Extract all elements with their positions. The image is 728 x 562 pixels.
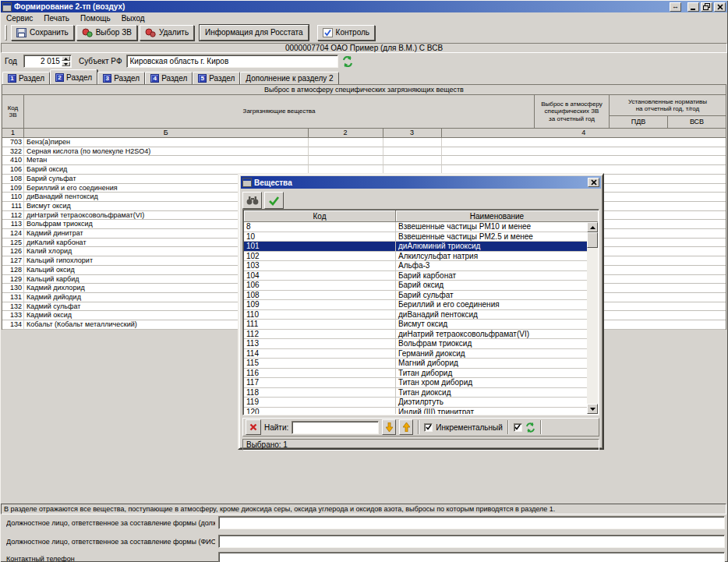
dialog-list-item[interactable]: 108Барий сульфат [244,291,587,301]
search-button[interactable] [242,192,262,209]
tab-razdel-5[interactable]: 5Раздел [193,72,240,85]
cell-name: Метан [24,156,309,165]
tab-razdel-4[interactable]: 4Раздел [145,72,193,85]
dialog-close-button[interactable] [588,178,599,187]
dialog-cell-name: Германий диоксид [396,349,587,359]
clear-search-button[interactable] [246,419,261,435]
refresh-search-icon[interactable] [525,422,535,433]
resize-horizontal-button[interactable]: ↔ [670,2,681,12]
find-next-button[interactable] [382,419,396,435]
incremental-checkbox[interactable] [424,423,433,432]
cell-code: 127 [2,256,24,266]
dialog-list-item[interactable]: 102Алкилсульфат натрия [244,252,587,262]
contact-phone-label: Контактный телефон [6,555,75,562]
dialog-cell-name: Альфа-3 [396,261,587,271]
dialog-cell-code: 119 [244,398,396,408]
dialog-list-item[interactable]: 117Титан хром диборид [244,378,587,388]
second-checkbox[interactable] [514,423,522,432]
dialog-cell-name: Вольфрам триоксид [396,339,587,349]
dialog-cell-code: 112 [244,330,396,340]
region-input[interactable] [126,55,338,68]
cell-pdv [383,138,442,147]
cell-code: 110 [2,193,24,202]
restore-button[interactable] [701,2,712,12]
dialog-list-item[interactable]: 120Индий (III) тринитрат [244,408,587,415]
rosstat-info-button[interactable]: Информация для Росстата [200,25,309,41]
dialog-list-item[interactable]: 109Бериллий и его соединения [244,300,587,310]
checkmark-icon [426,424,432,430]
scroll-down-icon [590,408,595,411]
contact-phone-input[interactable] [218,552,725,562]
col-header-pdv: ПДВ [610,116,668,128]
official-position-input[interactable] [218,516,725,529]
menu-bar: Сервис Печать Помощь Выход [1,12,727,23]
tab-razdel-1[interactable]: 1Раздел [2,72,50,85]
dialog-cell-code: 109 [244,300,396,310]
year-spin-buttons[interactable] [62,56,70,66]
table-row[interactable]: 410Метан [2,156,726,165]
year-stepper[interactable] [23,55,72,68]
app-window: Формирование 2-тп (воздух) ↔ Сервис Печа… [0,0,728,562]
dialog-list-item[interactable]: 8Взвешенные частицы PM10 и менее [244,222,587,232]
dialog-title: Вещества [254,178,292,187]
delete-button[interactable]: Удалить [140,25,194,41]
scroll-up-button[interactable] [587,222,598,232]
dialog-list-item[interactable]: 114Германий диоксид [244,349,587,359]
menu-print[interactable]: Печать [38,14,75,23]
dialog-cell-name: Взвешенные частицы PM10 и менее [396,222,587,232]
delete-label: Удалить [159,28,189,37]
table-row[interactable]: 322Серная кислота (по молекуле H2SO4) [2,147,726,157]
save-button[interactable]: Сохранить [11,25,74,41]
filter-row: Год Субъект РФ [1,54,727,69]
table-row[interactable]: 703Бенз(а)пирен [2,138,726,147]
dialog-list-item[interactable]: 119Диэтилртуть [244,398,587,408]
dialog-list-item[interactable]: 113Вольфрам триоксид [244,339,587,349]
cell-pdv [383,147,442,157]
delete-balls-icon [145,28,156,37]
select-zv-button[interactable]: Выбор ЗВ [76,25,137,41]
dialog-cell-code: 102 [244,252,396,262]
dialog-list-item[interactable]: 106Барий оксид [244,281,587,291]
tab-razdel-2[interactable]: 2Раздел [50,69,97,85]
cell-code: 703 [2,138,24,147]
dialog-list-item[interactable]: 104Барий карбонат [244,271,587,281]
menu-servis[interactable]: Сервис [1,14,38,23]
tab-dopolnenie[interactable]: Дополнение к разделу 2 [240,72,338,85]
dialog-list-item[interactable]: 10Взвешенные частицы PM2.5 и менее [244,232,587,242]
official-name-input[interactable] [218,535,725,548]
cell-code: 109 [2,184,24,193]
dialog-cell-code: 115 [244,359,396,369]
control-button[interactable]: Контроль [317,25,375,41]
scroll-down-button[interactable] [587,404,598,414]
dialog-list-item[interactable]: 111Висмут оксид [244,320,587,330]
dialog-cell-code: 111 [244,320,396,330]
dialog-list-item[interactable]: 118Титан диоксид [244,388,587,398]
minimize-button[interactable] [687,2,699,12]
dialog-list-item[interactable]: 116Титан диборид [244,369,587,379]
dialog-list-item[interactable]: 115Магний диборид [244,359,587,369]
spin-down-icon[interactable] [62,62,70,66]
dialog-list-item[interactable]: 103Альфа-3 [244,261,587,271]
cell-code: 124 [2,229,24,239]
find-prev-button[interactable] [399,419,413,435]
menu-help[interactable]: Помощь [75,14,116,23]
dialog-toolbar [242,191,284,210]
dialog-cell-name: Диэтилртуть [396,398,587,408]
dialog-list-item[interactable]: 110диВанадий пентоксид [244,310,587,320]
close-button[interactable] [714,2,726,12]
menu-exit[interactable]: Выход [116,14,150,23]
dialog-cell-code: 108 [244,291,396,301]
tab-5-icon: 5 [198,74,207,83]
apply-selection-button[interactable] [264,192,284,209]
scroll-thumb[interactable] [587,232,598,248]
dialog-list-item[interactable]: 112диНатрий тетраоксовольфрамат(VI) [244,330,587,340]
find-input[interactable] [292,421,379,434]
dialog-list-item[interactable]: 101диАлюминий триоксид [244,242,587,252]
refresh-region-icon[interactable] [342,56,353,67]
spin-up-icon[interactable] [62,56,70,61]
tab-3-icon: 3 [103,74,111,83]
tab-razdel-3[interactable]: 3Раздел [97,72,145,85]
cell-code: 129 [2,275,24,285]
dialog-cell-name: диНатрий тетраоксовольфрамат(VI) [396,330,587,340]
grid-scrollbar[interactable] [587,222,598,414]
